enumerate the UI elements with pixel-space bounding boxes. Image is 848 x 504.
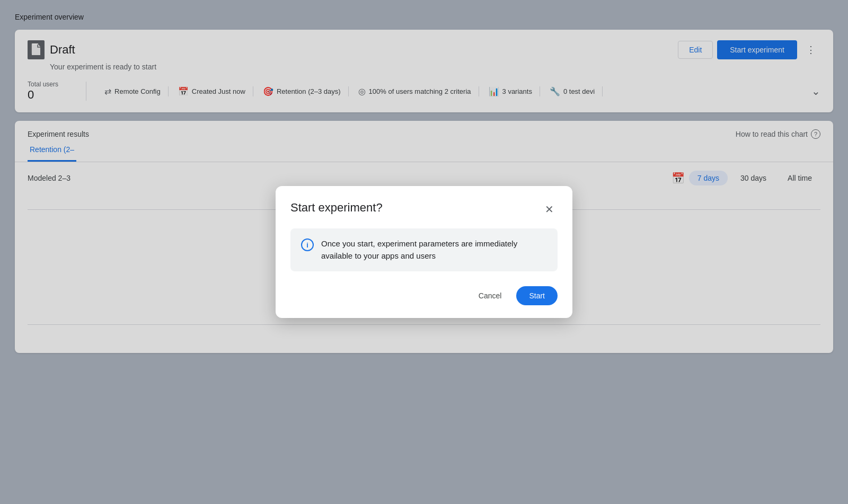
- start-experiment-modal: Start experiment? ✕ i Once you start, ex…: [276, 186, 572, 318]
- modal-header: Start experiment? ✕: [290, 201, 558, 218]
- modal-overlay: Start experiment? ✕ i Once you start, ex…: [0, 0, 848, 504]
- cancel-button[interactable]: Cancel: [468, 286, 513, 305]
- modal-actions: Cancel Start: [290, 286, 558, 305]
- info-icon: i: [301, 238, 314, 251]
- modal-title: Start experiment?: [290, 201, 383, 215]
- modal-info-box: i Once you start, experiment parameters …: [290, 228, 558, 271]
- modal-info-text: Once you start, experiment parameters ar…: [321, 238, 547, 262]
- start-button[interactable]: Start: [516, 286, 558, 305]
- modal-close-button[interactable]: ✕: [541, 201, 558, 218]
